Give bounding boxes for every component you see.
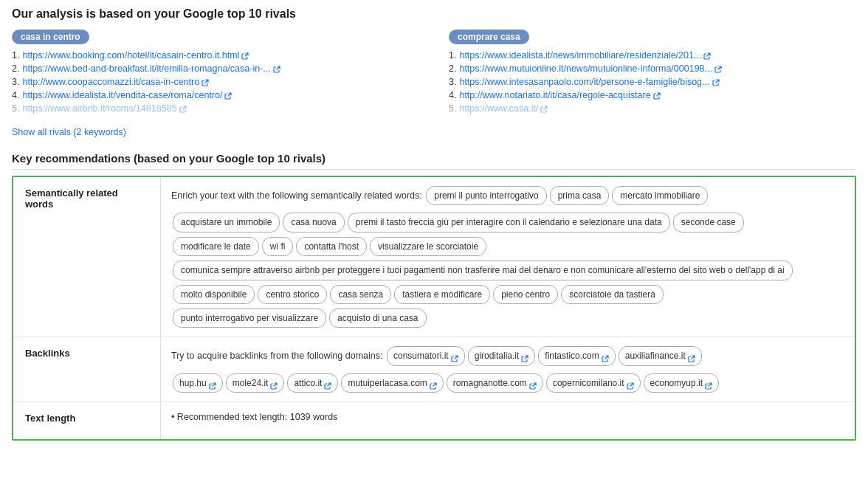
rival-url[interactable]: https://www.idealista.it/news/immobiliar… (459, 50, 701, 61)
rival-url[interactable]: https://www.mutuionline.it/news/mutuionl… (459, 63, 712, 74)
recommendations-title: Key recommendations (based on your Googl… (12, 152, 856, 169)
list-item: 4.https://www.idealista.it/vendita-case/… (12, 90, 419, 100)
tag: contatta l'host (296, 237, 367, 256)
list-item: 2.https://www.bed-and-breakfast.it/it/em… (12, 63, 419, 74)
tag: premi il punto interrogativo (426, 186, 546, 205)
tag[interactable]: hup.hu (173, 373, 223, 393)
tag: acquisto di una casa (329, 309, 426, 328)
show-all-link[interactable]: Show all rivals (2 keywords) (12, 127, 126, 137)
external-link-icon (602, 352, 609, 359)
tag: casa senza (330, 285, 391, 304)
tag: pieno centro (493, 285, 558, 304)
tag: acquistare un immobile (173, 213, 280, 232)
keyword-col-2: comprare casa 1.https://www.idealista.it… (449, 30, 856, 117)
analysis-title: Our analysis is based on your Google top… (12, 7, 856, 21)
list-item: 3.http://www.coopaccomazzi.it/casa-in-ce… (12, 77, 419, 87)
sem-tags-row6: punto interrogativo per visualizzareacqu… (171, 307, 844, 329)
rival-url[interactable]: https://www.booking.com/hotel/it/casain-… (22, 50, 239, 61)
rival-url[interactable]: http://www.notariato.it/it/casa/regole-a… (459, 90, 650, 100)
rival-url[interactable]: https://www.idealista.it/vendita-case/ro… (22, 90, 222, 100)
semantically-related-content: Enrich your text with the following sema… (161, 177, 855, 337)
external-link-icon (179, 105, 187, 112)
tag: molto disponibile (173, 285, 255, 304)
backlinks-content: Try to acquire backlinks from the follow… (161, 337, 855, 402)
rival-url[interactable]: https://www.casa.it/ (459, 103, 538, 114)
tag: centro storico (258, 285, 327, 304)
tag[interactable]: giroditalia.it (468, 346, 536, 365)
tag: prima casa (550, 186, 610, 205)
bl-tags-row2: hup.hu mole24.it attico.it mutuiperlacas… (171, 372, 844, 394)
external-link-icon (430, 379, 437, 387)
external-link-icon (241, 52, 249, 59)
sem-tags-row3: modificare le datewi ficontatta l'hostvi… (171, 235, 844, 258)
rival-url[interactable]: https://www.bed-and-breakfast.it/it/emil… (22, 63, 270, 74)
tag[interactable]: auxiliafinance.it (619, 346, 702, 365)
backlinks-label: Backlinks (13, 337, 161, 402)
tag: punto interrogativo per visualizzare (173, 309, 326, 328)
keywords-row: casa in centro 1.https://www.booking.com… (12, 30, 856, 117)
backlinks-bullet: Try to acquire backlinks from the follow… (171, 345, 844, 367)
external-link-icon (529, 379, 537, 387)
sem-tags-row5: molto disponibilecentro storicocasa senz… (171, 283, 844, 306)
rival-url[interactable]: http://www.coopaccomazzi.it/casa-in-cent… (22, 77, 199, 87)
tag: visualizzare le scorciatoie (370, 237, 486, 256)
backlinks-row: Backlinks Try to acquire backlinks from … (13, 337, 855, 402)
rival-list-2: 1.https://www.idealista.it/news/immobili… (449, 50, 856, 114)
list-item: 1.https://www.booking.com/hotel/it/casai… (12, 50, 419, 61)
bullet-text-sem: Enrich your text with the following sema… (171, 190, 422, 201)
external-link-icon (653, 92, 661, 99)
semantically-related-label: Semantically related words (13, 177, 161, 337)
recommendations-table: Semantically related words Enrich your t… (12, 176, 856, 441)
rival-url[interactable]: https://www.airbnb.it/rooms/14818585 (22, 103, 176, 114)
page-wrapper: Our analysis is based on your Google top… (0, 0, 868, 452)
external-link-icon (627, 379, 634, 387)
rival-list-1: 1.https://www.booking.com/hotel/it/casai… (12, 50, 419, 114)
text-length-bullet: • Recommended text length: 1039 words (171, 410, 844, 425)
bullet-dot: • (171, 412, 177, 422)
external-link-icon (209, 379, 216, 387)
tag: seconde case (673, 213, 744, 232)
external-link-icon (451, 352, 458, 359)
external-link-icon (705, 379, 712, 387)
tag[interactable]: attico.it (287, 373, 338, 393)
external-link-icon (688, 352, 695, 359)
external-link-icon (714, 65, 722, 72)
tag: mercato immobiliare (612, 186, 708, 205)
sem-tags-row4: comunica sempre attraverso airbnb per pr… (171, 259, 844, 281)
rival-url[interactable]: https://www.intesasanpaolo.com/it/person… (459, 77, 709, 87)
keyword-col-1: casa in centro 1.https://www.booking.com… (12, 30, 419, 117)
list-item: 1.https://www.idealista.it/news/immobili… (449, 50, 856, 61)
tag[interactable]: economyup.it (644, 373, 719, 393)
tag[interactable]: mutuiperlacasa.com (341, 373, 443, 393)
bl-tags-inline: consumatori.it giroditalia.it fintastico… (385, 351, 703, 361)
sem-tags-inline: premi il punto interrogativoprima casame… (424, 190, 709, 201)
tag[interactable]: consumatori.it (387, 346, 465, 365)
tag: modificare le date (173, 237, 259, 256)
external-link-icon (202, 78, 209, 86)
tag: tastiera e modificare (394, 285, 490, 304)
tag: comunica sempre attraverso airbnb per pr… (173, 261, 793, 280)
tag: scorciatoie da tastiera (561, 285, 664, 304)
tag[interactable]: romagnanotte.com (447, 373, 543, 393)
text-length-content: • Recommended text length: 1039 words (161, 402, 855, 439)
list-item: 2.https://www.mutuionline.it/news/mutuio… (449, 63, 856, 74)
list-item: 3.https://www.intesasanpaolo.com/it/pers… (449, 77, 856, 87)
tag[interactable]: copernicomilano.it (546, 373, 641, 393)
semantically-bullet: Enrich your text with the following sema… (171, 185, 844, 207)
tag: premi il tasto freccia giù per interagir… (348, 213, 670, 232)
tag: wi fi (262, 237, 294, 256)
keyword-badge-1: casa in centro (12, 30, 89, 44)
external-link-icon (270, 379, 278, 387)
text-length-row: Text length • Recommended text length: 1… (13, 402, 855, 439)
external-link-icon (540, 105, 548, 112)
list-item: 5.https://www.casa.it/ (449, 103, 856, 114)
bullet-text-tl: Recommended text length: 1039 words (177, 412, 338, 422)
tag[interactable]: mole24.it (226, 373, 285, 393)
keyword-badge-2: comprare casa (449, 30, 529, 44)
tag[interactable]: fintastico.com (538, 346, 615, 365)
semantically-related-row: Semantically related words Enrich your t… (13, 177, 855, 337)
list-item: 5.https://www.airbnb.it/rooms/14818585 (12, 103, 419, 114)
external-link-icon (224, 92, 232, 99)
external-link-icon (521, 352, 528, 359)
text-length-label: Text length (13, 402, 161, 439)
